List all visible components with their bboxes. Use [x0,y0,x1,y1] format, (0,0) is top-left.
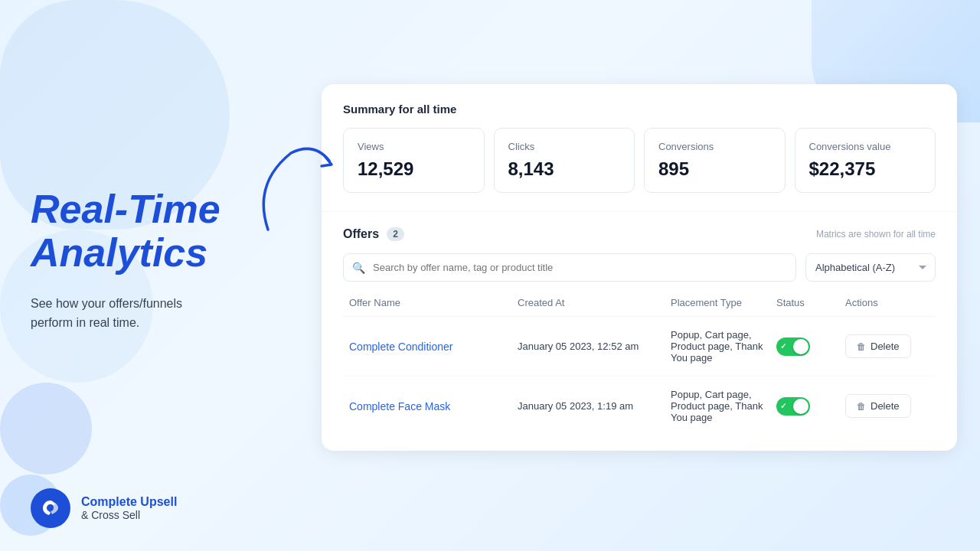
action-cell[interactable]: 🗑 Delete [845,394,929,418]
search-sort-row: 🔍 Alphabetical (A-Z)Alphabetical (Z-A)Ne… [343,253,936,282]
hero-subtitle: See how your offers/funnels perform in r… [31,294,291,333]
table-row: Complete Conditioner January 05 2023, 12… [343,317,936,377]
table-col-header: Offer Name [349,297,518,308]
stat-label: Clicks [508,141,621,152]
stat-value: 895 [658,158,771,180]
delete-label: Delete [871,341,900,352]
stat-label: Views [358,141,470,152]
placement-cell: Popup, Cart page, Product page, Thank Yo… [671,329,776,364]
main-card: Summary for all time Views 12,529 Clicks… [322,84,957,451]
arrow-decoration [245,138,337,245]
brand-name: Complete Upsell [81,495,177,509]
search-input[interactable] [343,253,796,282]
created-at-cell: January 05 2023, 12:52 am [518,341,671,352]
brand-section: Complete Upsell & Cross Sell [31,488,177,528]
table-header: Offer NameCreated AtPlacement TypeStatus… [343,297,936,317]
sort-select[interactable]: Alphabetical (A-Z)Alphabetical (Z-A)Newe… [805,253,936,282]
offers-section: Offers 2 Matrics are shown for all time … [322,212,957,451]
status-toggle[interactable]: ✓ [776,337,810,356]
toggle-check-icon: ✓ [780,342,786,350]
table-col-header: Placement Type [671,297,776,308]
brand-tagline: & Cross Sell [81,509,177,521]
status-cell[interactable]: ✓ [776,397,845,416]
table-col-header: Actions [845,297,929,308]
offer-name-cell[interactable]: Complete Face Mask [349,399,518,413]
status-toggle[interactable]: ✓ [776,397,810,416]
toggle-knob [793,399,808,414]
summary-title: Summary for all time [343,103,936,116]
delete-button[interactable]: 🗑 Delete [845,334,911,358]
table-body: Complete Conditioner January 05 2023, 12… [343,317,936,435]
placement-cell: Popup, Cart page, Product page, Thank Yo… [671,389,776,423]
created-at-cell: January 05 2023, 1:19 am [518,400,671,412]
stat-label: Conversions value [809,141,922,152]
offers-count-badge: 2 [387,227,404,241]
action-cell[interactable]: 🗑 Delete [845,334,929,358]
search-wrapper: 🔍 [343,253,796,282]
left-panel: Real-Time Analytics See how your offers/… [31,0,291,551]
trash-icon: 🗑 [857,341,866,352]
offers-title-group: Offers 2 [343,227,404,241]
stat-value: $22,375 [809,158,922,180]
table-col-header: Created At [518,297,671,308]
offers-header: Offers 2 Matrics are shown for all time [343,227,936,241]
toggle-knob [793,339,808,354]
brand-icon [31,488,70,528]
trash-icon: 🗑 [857,401,866,412]
stats-grid: Views 12,529 Clicks 8,143 Conversions 89… [343,128,936,193]
summary-section: Summary for all time Views 12,529 Clicks… [322,84,957,212]
delete-button[interactable]: 🗑 Delete [845,394,911,418]
offers-title: Offers [343,227,379,241]
offer-link[interactable]: Complete Conditioner [349,341,452,353]
search-icon: 🔍 [352,262,365,274]
stat-card: Views 12,529 [343,128,485,193]
offers-note: Matrics are shown for all time [816,229,936,240]
table-col-header: Status [776,297,845,308]
table-row: Complete Face Mask January 05 2023, 1:19… [343,377,936,435]
delete-label: Delete [871,400,900,412]
stat-label: Conversions [658,141,771,152]
stat-card: Conversions 895 [644,128,786,193]
toggle-check-icon: ✓ [780,402,786,410]
offers-table: Offer NameCreated AtPlacement TypeStatus… [343,297,936,435]
brand-text: Complete Upsell & Cross Sell [81,495,177,521]
stat-value: 12,529 [358,158,470,180]
stat-card: Clicks 8,143 [494,128,635,193]
status-cell[interactable]: ✓ [776,337,845,356]
offer-name-cell[interactable]: Complete Conditioner [349,340,518,354]
stat-value: 8,143 [508,158,621,180]
stat-card: Conversions value $22,375 [795,128,936,193]
offer-link[interactable]: Complete Face Mask [349,400,450,412]
